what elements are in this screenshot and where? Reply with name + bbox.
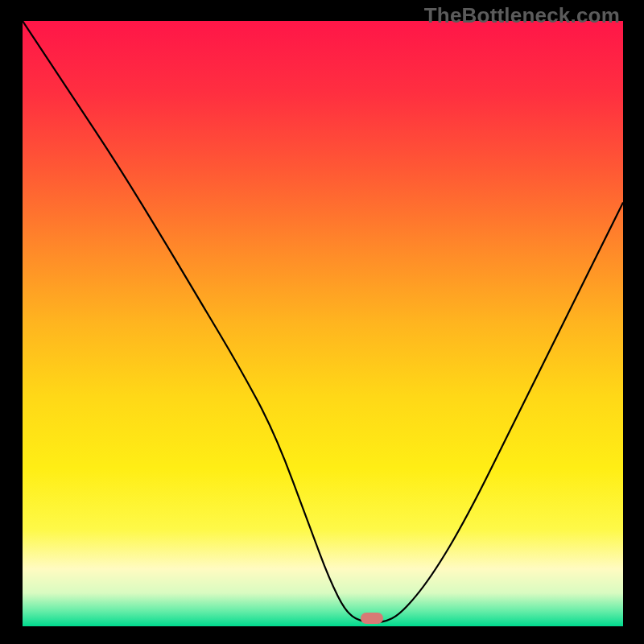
chart-frame: TheBottleneck.com (0, 0, 644, 644)
watermark-text: TheBottleneck.com (424, 3, 620, 28)
bottleneck-curve (23, 21, 623, 626)
plot-area (23, 21, 623, 626)
optimal-point-marker (361, 613, 383, 624)
